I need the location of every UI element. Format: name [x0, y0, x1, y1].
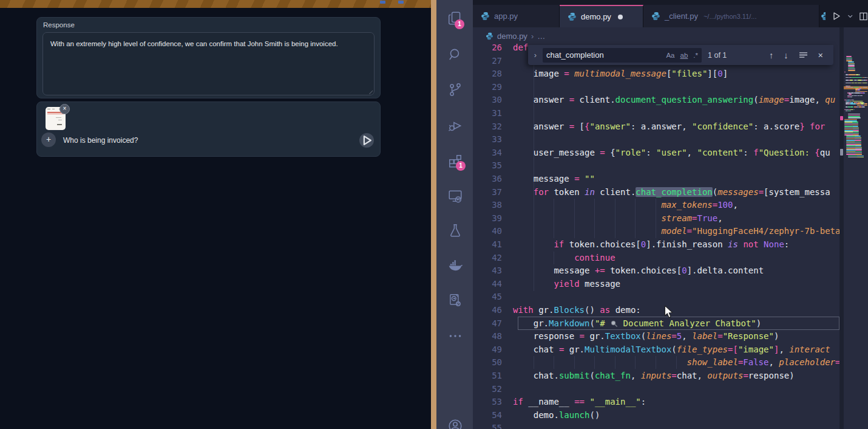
code-line[interactable]: 41 if token.choices[0].finish_reason is … — [473, 238, 839, 252]
regex-toggle[interactable]: .* — [693, 52, 698, 59]
minimap-row — [863, 83, 867, 84]
minimap-row — [855, 154, 862, 155]
line-number: 43 — [473, 264, 502, 278]
breadcrumb-file[interactable]: demo.py — [497, 32, 527, 41]
code-line[interactable]: 34 user_message = {"role": "user", "cont… — [473, 146, 839, 160]
remove-attachment-button[interactable]: × — [59, 104, 70, 114]
remote-explorer-icon[interactable] — [447, 188, 463, 204]
send-button[interactable] — [359, 133, 374, 148]
minimap-row — [848, 117, 861, 118]
code-line[interactable]: 36 message = "" — [473, 173, 839, 186]
minimap-row — [864, 103, 867, 105]
run-debug-icon[interactable] — [447, 118, 463, 134]
code-line[interactable]: 46with gr.Blocks() as demo: — [473, 304, 839, 317]
breadcrumb-separator: › — [531, 32, 534, 41]
code-line[interactable]: 45 — [473, 290, 839, 304]
minimap-row — [848, 114, 860, 115]
code-line[interactable]: 53if __name__ == "__main__": — [473, 396, 839, 409]
code-line[interactable]: 35 — [473, 159, 839, 173]
response-card: Response With an extremely high level of… — [36, 17, 381, 98]
more-icon[interactable] — [447, 328, 463, 344]
docker-icon[interactable] — [447, 258, 463, 273]
tab-app-py[interactable]: app.py — [473, 5, 560, 27]
line-number: 42 — [473, 252, 502, 265]
find-widget: › chat_completion Aa ab .* 1 of 1 ↑ ↓ × — [528, 45, 833, 65]
minimap-row — [861, 103, 863, 105]
add-file-button[interactable]: + — [41, 132, 56, 147]
whole-word-toggle[interactable]: ab — [680, 52, 688, 59]
toggle-replace-chevron-icon[interactable]: › — [528, 50, 543, 60]
minimap-gutter — [839, 27, 844, 429]
run-button[interactable] — [832, 11, 841, 21]
line-number: 51 — [473, 369, 502, 383]
find-input[interactable]: chat_completion Aa ab .* — [543, 48, 702, 63]
tab-client-py[interactable]: _client.py ~/.../python3.11/... — [643, 5, 819, 27]
code-line[interactable]: 42 continue — [473, 252, 839, 265]
minimap-row — [864, 92, 865, 94]
minimap-row — [855, 140, 861, 141]
resize-handle[interactable] — [365, 87, 373, 94]
minimap[interactable] — [844, 27, 868, 429]
response-textarea[interactable]: With an extremely high level of confiden… — [42, 32, 375, 95]
match-case-toggle[interactable]: Aa — [666, 52, 674, 59]
line-number: 44 — [473, 278, 502, 291]
current-line-highlight — [518, 317, 839, 330]
minimap-row — [858, 80, 862, 81]
code-line[interactable]: 40 model="HuggingFaceH4/zephyr-7b-beta — [473, 225, 839, 238]
source-control-icon[interactable] — [447, 82, 463, 98]
find-in-selection-button[interactable] — [799, 51, 808, 59]
find-close-button[interactable]: × — [818, 50, 823, 60]
testing-icon[interactable] — [447, 222, 463, 238]
find-prev-button[interactable]: ↑ — [769, 50, 773, 60]
code-line[interactable]: 32 answer = [{"answer": a.answer, "confi… — [473, 120, 839, 134]
breadcrumb-more[interactable]: … — [537, 32, 545, 41]
window-divider[interactable] — [431, 0, 436, 429]
account-icon[interactable] — [447, 418, 463, 429]
split-editor-button[interactable] — [859, 12, 868, 21]
code-line[interactable]: 37 for token in client.chat_completion(m… — [473, 186, 839, 199]
code-line[interactable]: 28 image = multimodal_message["files"][0… — [473, 67, 839, 81]
minimap-row — [855, 136, 861, 137]
line-number: 52 — [473, 383, 502, 396]
line-number: 32 — [473, 120, 502, 134]
tab-demo-py[interactable]: demo.py — [560, 5, 643, 27]
code-line[interactable]: 30 answer = client.document_question_ans… — [473, 94, 839, 107]
line-number: 48 — [473, 330, 502, 343]
code-line[interactable]: 54 demo.launch() — [473, 409, 839, 422]
tab-label: app.py — [494, 12, 518, 21]
chat-message-input[interactable]: Who is being invoiced? — [63, 136, 138, 145]
code-line[interactable]: 55 — [473, 422, 839, 429]
breadcrumb[interactable]: demo.py › … — [486, 32, 545, 41]
minimap-row — [848, 67, 855, 69]
code-line[interactable]: 44 yield message — [473, 278, 839, 291]
minimap-row — [852, 123, 858, 125]
minimap-row — [850, 97, 852, 98]
minimap-row — [861, 88, 861, 89]
line-number: 40 — [473, 225, 502, 238]
code-line[interactable]: 52 — [473, 383, 839, 396]
extensions-badge: 1 — [456, 161, 466, 171]
minimap-row — [855, 142, 861, 143]
container-tools-icon[interactable] — [447, 292, 463, 308]
minimap-row — [856, 74, 858, 75]
code-line[interactable]: 39 stream=True, — [473, 212, 839, 225]
code-line[interactable]: 51 chat.submit(chat_fn, inputs=chat, out… — [473, 369, 839, 383]
modified-dot-icon[interactable] — [618, 15, 623, 19]
code-line[interactable]: 29 — [473, 81, 839, 94]
code-line[interactable]: 43 message += token.choices[0].delta.con… — [473, 264, 839, 278]
code-line[interactable]: 48 response = gr.Textbox(lines=5, label=… — [473, 330, 839, 343]
minimap-row — [846, 83, 850, 84]
code-line[interactable]: 50 show_label=False, placeholder= — [473, 356, 839, 369]
code-line[interactable]: 31 — [473, 107, 839, 120]
code-line[interactable]: 33 — [473, 133, 839, 146]
find-query[interactable]: chat_completion — [546, 50, 660, 60]
search-icon[interactable] — [447, 47, 463, 63]
line-number: 47 — [473, 317, 502, 331]
line-number: 34 — [473, 146, 502, 160]
find-next-button[interactable]: ↓ — [784, 50, 788, 60]
minimap-row — [860, 89, 860, 91]
browser-titlebar — [0, 0, 431, 8]
code-line[interactable]: 38 max_tokens=100, — [473, 199, 839, 212]
code-line[interactable]: 49 chat = gr.MultimodalTextbox(file_type… — [473, 343, 839, 357]
run-dropdown-chevron-icon[interactable] — [847, 13, 853, 19]
